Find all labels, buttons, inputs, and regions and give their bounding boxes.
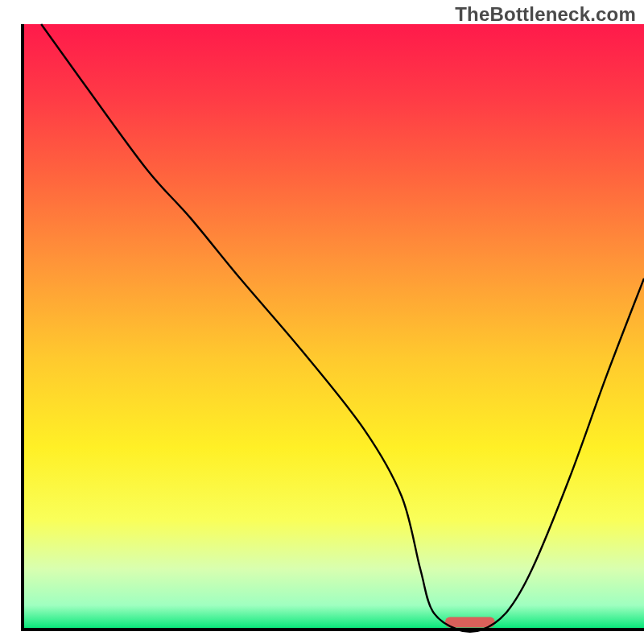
bottleneck-chart: TheBottleneck.com [0,0,644,644]
watermark-label: TheBottleneck.com [455,3,636,26]
gradient-background [23,24,644,630]
optimal-zone-marker [445,617,495,627]
chart-svg [0,0,644,644]
